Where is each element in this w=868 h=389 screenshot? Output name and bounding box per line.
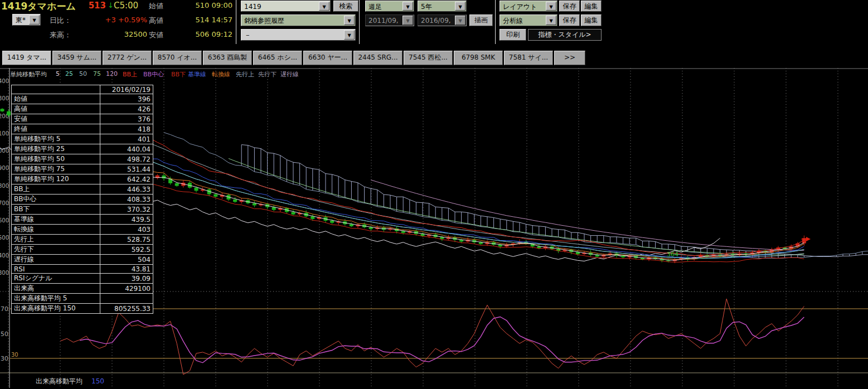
price-tick-label: 500	[0, 235, 9, 241]
chevron-down-icon[interactable]: ▼	[455, 2, 465, 11]
symbol-tab[interactable]: 7545 西松...	[404, 51, 453, 65]
from-date-value: 2011/09,	[368, 17, 399, 25]
symbol-tab[interactable]: 6798 SMK	[454, 51, 503, 65]
volume-ma-legend: 出来高移動平均150	[36, 377, 104, 386]
info-row-label: BB下	[12, 205, 100, 215]
candle-body	[641, 258, 644, 260]
price-session: C5:00	[114, 1, 138, 11]
info-row-label: 遅行線	[12, 255, 100, 265]
info-row-label: 単純移動平均 25	[12, 144, 100, 154]
info-row-value: 446.33	[100, 184, 153, 194]
legend-item: 遅行線	[280, 70, 299, 79]
info-row-value: 426	[100, 104, 153, 114]
info-row-label: BB中心	[12, 194, 100, 205]
legend-item: 25	[65, 70, 73, 77]
tab-overflow-button[interactable]: >>	[554, 51, 585, 65]
info-row-value: 504	[100, 255, 153, 265]
history-dropdown-value: 銘柄参照履歴	[244, 17, 284, 25]
candle-body	[253, 203, 256, 206]
from-date-dropdown[interactable]: 2011/09, ▼	[365, 14, 414, 26]
chevron-down-icon[interactable]: ▼	[403, 2, 413, 11]
symbol-tab[interactable]: 6363 酉島製	[203, 51, 252, 65]
rsi-tick-label: 30	[1, 355, 8, 362]
price-tick-label: 900	[0, 165, 9, 171]
info-table: 2016/02/19始値396高値426安値376終値418単純移動平均 540…	[11, 85, 153, 314]
price-tick-label: 700	[0, 200, 9, 206]
range-dropdown[interactable]: 5年 ▼	[418, 1, 467, 12]
analysis-line-dropdown[interactable]: 分析線 ▼	[500, 14, 557, 26]
symbol-tab[interactable]: 2772 ゲン...	[103, 51, 152, 65]
search-button[interactable]: 検索	[333, 1, 358, 12]
info-row-label: 始値	[12, 94, 100, 104]
chevron-down-icon[interactable]: ▼	[344, 16, 355, 25]
symbol-tab[interactable]: 8570 イオ...	[153, 51, 202, 65]
period-dropdown[interactable]: 週足 ▼	[365, 1, 414, 12]
info-row-value: 528.75	[100, 235, 153, 245]
info-row-label: 先行上	[12, 235, 100, 245]
legend-item: 単純移動平均	[10, 70, 47, 79]
candle-body	[666, 260, 670, 261]
layout-edit-button[interactable]: 編集	[581, 1, 602, 12]
print-button[interactable]: 印刷	[500, 29, 526, 41]
volume-value: 32500	[83, 30, 147, 38]
compare-dropdown[interactable]: － ▼	[241, 29, 356, 41]
candle-body	[459, 240, 463, 241]
app-window: 1400130012001100100090080070060050040030…	[0, 0, 868, 389]
info-row-label: 出来高	[12, 284, 100, 294]
candle-body	[1, 109, 4, 111]
symbol-tab[interactable]: 6630 ヤー...	[303, 51, 352, 65]
indicator-style-button[interactable]: 指標・スタイル>	[528, 29, 602, 41]
history-dropdown[interactable]: 銘柄参照履歴 ▼	[241, 14, 356, 26]
open-value: 510 09:00	[167, 1, 232, 9]
symbol-tab[interactable]: 6465 ホシ...	[253, 51, 302, 65]
info-row-label: 先行下	[12, 245, 100, 255]
legend-item: BB下	[171, 70, 186, 79]
chevron-down-icon[interactable]: ▼	[344, 30, 355, 40]
high-value: 514 14:57	[167, 16, 232, 24]
info-table-date: 2016/02/19	[100, 85, 153, 94]
symbol-tab[interactable]: 3459 サム...	[52, 51, 101, 65]
chart-line	[60, 299, 804, 375]
info-row-label: 単純移動平均 5	[12, 134, 100, 144]
volume-label: 来高：	[50, 30, 71, 40]
symbol-tab[interactable]: 7581 サイ...	[504, 51, 553, 65]
price-tick-label: 400	[0, 252, 9, 259]
symbol-tab[interactable]: 2445 SRG...	[353, 51, 403, 65]
change-value: +3 +0.59%	[83, 16, 147, 24]
symbol-search-combo[interactable]: 1419 ▼	[241, 1, 331, 12]
symbol-search-value: 1419	[244, 3, 261, 11]
low-price-annotation: 364	[667, 251, 678, 258]
exchange-dropdown-value: 東*	[16, 16, 26, 24]
legend-item: 5	[56, 70, 60, 77]
info-row-value: 592.5	[100, 245, 153, 255]
legend-item: 120	[106, 70, 118, 77]
info-row-label: 終値	[12, 124, 100, 134]
high-label: 高値	[149, 16, 163, 26]
exchange-dropdown[interactable]: 東* ▼	[12, 14, 41, 26]
draw-button[interactable]: 描画	[469, 14, 493, 26]
layout-save-button[interactable]: 保存	[559, 1, 580, 12]
chevron-down-icon[interactable]: ▼	[403, 16, 413, 25]
analysis-save-button[interactable]: 保存	[559, 14, 580, 26]
info-row-value: 39.09	[100, 274, 153, 284]
symbol-tab[interactable]: 1419 タマ...	[2, 51, 51, 65]
chevron-down-icon[interactable]: ▼	[455, 16, 465, 25]
candle-body	[214, 194, 217, 197]
chevron-down-icon[interactable]: ▼	[546, 16, 556, 25]
chevron-down-icon[interactable]: ▼	[546, 2, 556, 11]
price-down-arrow-icon: ↓	[108, 1, 114, 9]
candle-body	[195, 188, 198, 191]
analysis-edit-button[interactable]: 編集	[581, 14, 602, 26]
info-row-value: 408.33	[100, 194, 153, 205]
price-tick-label: 1400	[0, 78, 9, 84]
chevron-down-icon[interactable]: ▼	[29, 15, 40, 25]
info-row-value: 376	[100, 114, 153, 124]
to-date-dropdown[interactable]: 2016/09, ▼	[418, 14, 467, 26]
info-row-value: 418	[100, 124, 153, 134]
info-row-label: 安値	[12, 114, 100, 124]
chevron-down-icon[interactable]: ▼	[319, 2, 329, 11]
to-date-value: 2016/09,	[421, 17, 451, 25]
layout-dropdown[interactable]: レイアウト ▼	[500, 1, 557, 12]
candle-body	[162, 176, 166, 179]
info-table-corner	[12, 85, 100, 94]
